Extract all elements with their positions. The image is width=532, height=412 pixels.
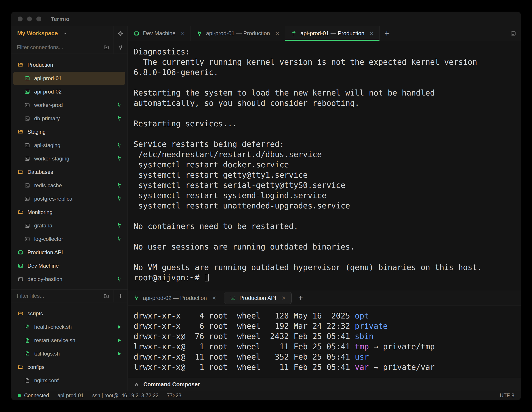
connection-worker-staging[interactable]: worker-staging [13,152,125,165]
tab-bar-spacer [394,26,505,41]
connect-button[interactable] [116,183,122,188]
connect-button[interactable] [116,142,122,148]
play-icon [116,351,122,357]
terminal-bottom[interactable]: drwxr-xr-x 4 root wheel 128 May 16 2025 … [128,306,521,378]
status-encoding[interactable]: UTF-8 [500,393,514,399]
split-tab-api-prod-02-production[interactable]: api-prod-02 — Production× [128,290,222,306]
new-group-button[interactable] [99,41,113,54]
plug-icon [116,196,122,202]
close-icon[interactable]: × [212,295,216,301]
connect-button[interactable] [116,156,122,162]
connect-button[interactable] [116,276,122,282]
plug-icon [116,142,122,148]
close-icon[interactable]: × [282,295,286,301]
run-script-button[interactable] [116,338,122,343]
terminal-main[interactable]: Diagnostics: The currently running kerne… [128,41,521,290]
close-icon[interactable]: × [181,30,185,37]
symlink-target: private/var [383,363,435,372]
item-label: Production API [28,249,63,256]
connect-button[interactable] [116,223,122,229]
tab-dev-machine[interactable]: Dev Machine× [128,26,191,41]
workspace-selector[interactable]: My Workspace [17,30,58,37]
zoom-window-button[interactable] [36,17,41,21]
connect-button[interactable] [116,236,122,242]
gear-icon [118,31,124,36]
terminal-icon [24,102,30,108]
new-connection-button[interactable] [113,41,128,54]
folder-staging[interactable]: Staging [13,125,125,139]
top-tab-bar: Dev Machine×api-prod-01 — Production×api… [128,26,521,41]
composer-expand[interactable] [133,381,139,387]
command-palette-button[interactable] [505,26,521,41]
item-label: Staging [28,129,46,135]
minimize-window-button[interactable] [27,17,32,21]
close-icon[interactable]: × [276,30,279,37]
run-script-button[interactable] [116,324,122,330]
close-icon[interactable]: × [370,30,374,37]
sidebar: My Workspace Filter connections... Produ… [11,26,128,391]
ls-meta: drwxr-xr-x 4 root wheel 128 May 16 2025 [133,311,355,320]
folder-scripts[interactable]: scripts [13,307,125,320]
file-restart-service-sh[interactable]: restart-service.sh [13,334,125,347]
connection-db-primary[interactable]: db-primary [13,112,125,125]
ls-row: drwxr-xr-x 6 root wheel 192 Mar 24 22:32… [133,321,515,331]
new-folder-button[interactable] [99,290,113,302]
folder-plus-icon [104,45,109,50]
item-label: configs [28,364,44,370]
folder-production[interactable]: Production [13,58,125,72]
file-tail-logs-sh[interactable]: tail-logs.sh [13,347,125,360]
status-terminal-size: 77×23 [167,393,181,399]
new-split-tab-button[interactable]: + [294,293,308,303]
run-script-button[interactable] [116,351,122,357]
item-label: scripts [28,311,43,317]
folder-configs[interactable]: configs [13,360,125,374]
file-nginx-conf[interactable]: nginx.conf [13,374,125,387]
ls-row: drwxr-xr-x 4 root wheel 128 May 16 2025 … [133,311,515,321]
item-label: redis-cache [34,182,62,189]
new-tab-button[interactable]: + [380,26,394,41]
bottom-tab-bar: api-prod-02 — Production×Production API×… [128,290,521,306]
filter-files-input[interactable]: Filter files... [11,293,99,299]
new-file-button[interactable]: + [113,290,128,302]
connection-dev-machine[interactable]: Dev Machine [13,259,125,273]
ls-filename: tmp [355,342,369,351]
split-tab-production-api[interactable]: Production API× [224,292,292,304]
shell-prompt: root@aijvpn:~# [133,273,204,282]
connection-api-staging[interactable]: api-staging [13,139,125,152]
ls-row: drwxr-xr-x@ 11 root wheel 352 Feb 25 05:… [133,352,515,362]
ls-meta: drwxr-xr-x@ 11 root wheel 352 Feb 25 05:… [133,352,355,361]
connection-production-api[interactable]: Production API [13,246,125,259]
plug-icon [116,223,122,229]
tab-label: Production API [239,295,276,301]
tab-api-prod-01-production[interactable]: api-prod-01 — Production× [191,26,285,41]
settings-button[interactable] [113,26,128,41]
item-label: postgres-replica [34,196,72,202]
filter-connections-input[interactable]: Filter connections... [11,44,99,50]
connection-redis-cache[interactable]: redis-cache [13,179,125,192]
file-health-check-sh[interactable]: health-check.sh [13,320,125,334]
file-icon [24,378,30,384]
connection-grafana[interactable]: grafana [13,219,125,232]
command-composer[interactable]: Command Composer [128,378,521,391]
folder-monitoring[interactable]: Monitoring [13,206,125,219]
folder-icon [18,129,23,135]
plug-icon [133,295,139,301]
tab-api-prod-01-production[interactable]: api-prod-01 — Production× [285,26,380,41]
connect-button[interactable] [116,116,122,121]
item-label: health-check.sh [34,324,72,330]
close-window-button[interactable] [18,17,23,21]
item-label: Monitoring [28,209,52,215]
folder-databases[interactable]: Databases [13,165,125,179]
connect-button[interactable] [116,196,122,202]
connection-worker-prod[interactable]: worker-prod [13,98,125,112]
ls-filename: usr [355,352,369,361]
app-window: Termio My Workspace Filter connections..… [11,12,521,400]
connection-api-prod-01[interactable]: api-prod-01 [13,72,125,85]
connection-postgres-replica[interactable]: postgres-replica [13,192,125,206]
connection-api-prod-02[interactable]: api-prod-02 [13,85,125,98]
connect-button[interactable] [116,102,122,108]
play-icon [116,338,122,343]
workspace-dropdown[interactable] [62,31,113,36]
connection-deploy-bastion[interactable]: deploy-bastion [13,273,125,286]
connection-log-collector[interactable]: log-collector [13,232,125,246]
